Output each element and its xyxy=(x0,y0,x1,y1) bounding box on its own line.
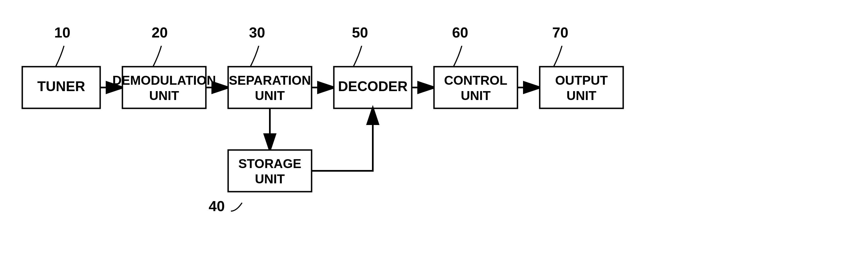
label-60: 60 xyxy=(452,25,468,40)
output-label-1: OUTPUT xyxy=(555,73,608,88)
svg-rect-1 xyxy=(0,0,868,275)
separation-label-2: UNIT xyxy=(255,88,285,103)
demodulation-label-2: UNIT xyxy=(149,88,179,103)
storage-label-1: STORAGE xyxy=(239,157,302,171)
output-label-2: UNIT xyxy=(566,88,596,103)
demodulation-label-1: DEMODULATION xyxy=(113,73,216,88)
separation-label-1: SEPARATION xyxy=(229,73,311,88)
decoder-label: DECODER xyxy=(338,79,408,94)
control-label-2: UNIT xyxy=(461,88,491,103)
diagram-container: 10 20 30 40 50 60 70 TUNER DEMODULATION … xyxy=(0,0,868,275)
storage-label-2: UNIT xyxy=(255,172,285,186)
label-20: 20 xyxy=(152,25,168,40)
label-30: 30 xyxy=(249,25,265,40)
label-40: 40 xyxy=(209,198,225,214)
control-label-1: CONTROL xyxy=(444,73,507,88)
label-70: 70 xyxy=(552,25,568,40)
tuner-label: TUNER xyxy=(37,79,85,94)
label-10: 10 xyxy=(54,25,70,40)
label-50: 50 xyxy=(352,25,368,40)
